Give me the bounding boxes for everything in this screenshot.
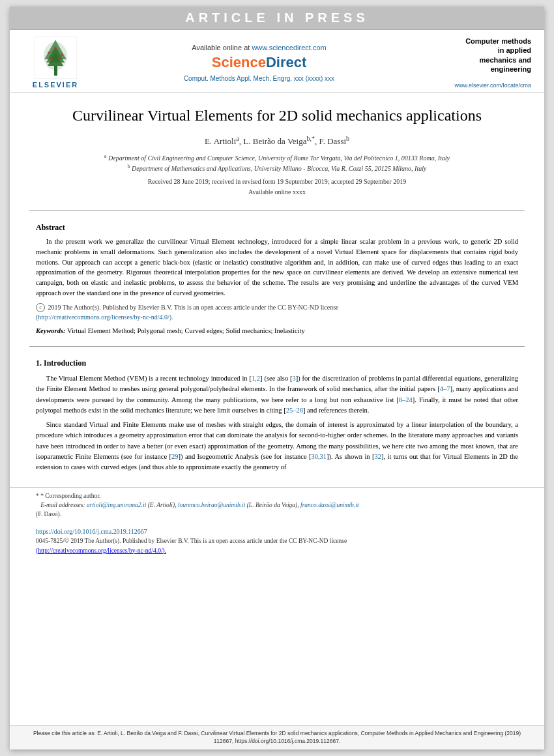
- abstract-section: Abstract In the present work we generali…: [10, 218, 544, 340]
- divider-1: [29, 211, 525, 211]
- bottom-citation-text: Please cite this article as: E. Artioli,…: [23, 730, 531, 746]
- email-artioli[interactable]: artioli@ing.uniroma2.it: [87, 502, 146, 508]
- paper-title: Curvilinear Virtual Elements for 2D soli…: [36, 106, 518, 126]
- email-dassi[interactable]: franco.dassi@unimib.it: [300, 502, 359, 508]
- elsevier-tree-svg: [35, 36, 77, 79]
- elsevier-logo: ELSEVIER: [33, 36, 78, 89]
- sciencedirect-logo: ScienceDirect: [212, 54, 307, 71]
- bottom-citation-bar: Please cite this article as: E. Artioli,…: [10, 725, 544, 749]
- authors-line: E. Artiolia, L. Beirão da Veigab,*, F. D…: [36, 135, 518, 147]
- svg-point-10: [54, 47, 57, 50]
- cc-icon: c: [36, 303, 45, 312]
- doi-cc-link[interactable]: (http://creativecommons.org/licenses/by-…: [36, 547, 166, 554]
- section-1-paragraph-1: The Virtual Element Method (VEM) is a re…: [36, 373, 518, 416]
- journal-title-box: Computer methodsin appliedmechanics ande…: [465, 36, 531, 74]
- svg-point-8: [50, 58, 53, 61]
- svg-point-7: [61, 53, 63, 56]
- journal-url[interactable]: www.elsevier.com/locate/cma: [454, 82, 531, 89]
- received-dates: Received 28 June 2019; received in revis…: [36, 177, 518, 197]
- ref-3[interactable]: 3: [292, 375, 295, 382]
- ref-4-7[interactable]: 4–7: [440, 385, 450, 392]
- section-introduction: 1. Introduction The Virtual Element Meth…: [10, 353, 544, 480]
- ref-29[interactable]: 29: [171, 453, 179, 460]
- keywords: Keywords: Virtual Element Method; Polygo…: [36, 326, 518, 336]
- ref-8-24[interactable]: 8–24: [399, 396, 413, 403]
- article-in-press-banner: ARTICLE IN PRESS: [10, 7, 544, 30]
- section-1-paragraph-2: Since standard Virtual and Finite Elemen…: [36, 420, 518, 472]
- ref-32[interactable]: 32: [374, 453, 381, 460]
- header-right: Computer methodsin appliedmechanics ande…: [430, 36, 531, 89]
- header-center: Available online at www.sciencedirect.co…: [88, 36, 430, 89]
- affiliations: a Department of Civil Engineering and Co…: [36, 153, 518, 174]
- elsevier-logo-container: ELSEVIER: [23, 36, 88, 89]
- journal-title: Computer methodsin appliedmechanics ande…: [465, 36, 531, 74]
- cc-license: c 2019 The Author(s). Published by Elsev…: [36, 302, 518, 323]
- footnote-corresponding: * * Corresponding author.: [36, 491, 518, 501]
- paper-title-section: Curvilinear Virtual Elements for 2D soli…: [10, 93, 544, 204]
- ref-30-31[interactable]: 30,31: [311, 453, 327, 460]
- ref-1[interactable]: 1,2: [252, 375, 260, 382]
- doi-link[interactable]: https://doi.org/10.1016/j.cma.2019.11266…: [36, 528, 147, 535]
- journal-citation: Comput. Methods Appl. Mech. Engrg. xxx (…: [184, 75, 334, 82]
- sciencedirect-url-link[interactable]: www.sciencedirect.com: [252, 44, 326, 51]
- section-1-title: 1. Introduction: [36, 358, 518, 368]
- svg-point-6: [48, 51, 50, 54]
- footnote-section: * * Corresponding author. E-mail address…: [10, 487, 544, 523]
- cc-license-link[interactable]: (http://creativecommons.org/licenses/by-…: [36, 313, 173, 321]
- available-online-text: Available online at www.sciencedirect.co…: [192, 44, 326, 51]
- svg-point-9: [58, 57, 61, 59]
- page: ARTICLE IN PRESS: [10, 7, 544, 749]
- elsevier-wordmark: ELSEVIER: [33, 81, 78, 89]
- email-veiga[interactable]: lourenco.beirao@unimib.it: [178, 502, 245, 508]
- abstract-title: Abstract: [36, 223, 518, 233]
- footnote-dassi-name: (F. Dassi).: [36, 510, 518, 519]
- keywords-label: Keywords:: [36, 327, 66, 334]
- divider-2: [29, 346, 525, 347]
- journal-header: ELSEVIER Available online at www.science…: [10, 30, 544, 93]
- issn-text: 0045-7825/© 2019 The Author(s). Publishe…: [36, 536, 518, 555]
- abstract-text: In the present work we generalize the cu…: [36, 237, 518, 298]
- footnote-emails: E-mail addresses: artioli@ing.uniroma2.i…: [36, 501, 518, 510]
- ref-25-28[interactable]: 25–28: [286, 407, 303, 414]
- banner-text: ARTICLE IN PRESS: [185, 10, 369, 25]
- doi-url: https://doi.org/10.1016/j.cma.2019.11266…: [36, 527, 518, 536]
- doi-section: https://doi.org/10.1016/j.cma.2019.11266…: [10, 523, 544, 559]
